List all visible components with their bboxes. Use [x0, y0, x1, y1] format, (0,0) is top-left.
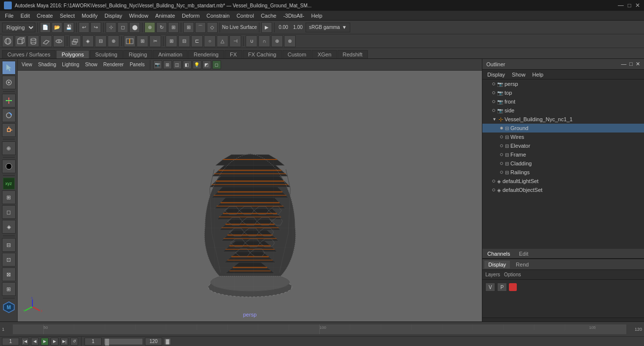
poly-plane-btn[interactable] [40, 35, 52, 47]
vp-cam-btn[interactable]: 📷 [153, 60, 162, 69]
tab-animation[interactable]: Animation [153, 50, 188, 58]
outliner-item-wires[interactable]: ⊟ Wires [482, 133, 644, 141]
bevel-btn[interactable]: ◈ [82, 35, 94, 47]
snap-curve-btn[interactable]: ⌒ [195, 22, 206, 33]
custom-tool2[interactable]: ⊞ [2, 282, 16, 296]
minimize-button[interactable]: — [618, 2, 624, 9]
rotate-tool-btn[interactable] [2, 108, 16, 122]
extract-btn[interactable]: ⊏ [191, 35, 203, 47]
outliner-help-menu[interactable]: Help [530, 71, 547, 78]
wireframe-btn[interactable]: ◻ [2, 205, 16, 219]
menu-constrain[interactable]: Constrain [203, 12, 232, 19]
open-file-btn[interactable]: 📂 [52, 22, 62, 33]
range-handle[interactable] [105, 339, 109, 346]
menu-create[interactable]: Create [34, 12, 56, 19]
vp-tex-btn[interactable]: ◧ [183, 60, 192, 69]
end-frame-input[interactable] [145, 338, 162, 346]
fill-hole-btn[interactable]: ○ [204, 35, 216, 47]
outliner-item-objset[interactable]: ◈ defaultObjectSet [482, 186, 644, 194]
vp-grid-btn[interactable]: ⊞ [163, 60, 172, 69]
vp-lighting-menu[interactable]: Lighting [60, 61, 81, 68]
viewport-canvas[interactable]: X Y Z persp [18, 71, 482, 321]
show-manip-btn[interactable]: ⊕ [2, 141, 16, 155]
p-btn[interactable]: P [497, 283, 507, 292]
menu-display[interactable]: Display [102, 12, 125, 19]
menu-cache[interactable]: Cache [258, 12, 280, 19]
undo-btn[interactable]: ↩ [79, 22, 89, 33]
mirror-btn[interactable]: ⊣ [229, 35, 241, 47]
menu-edit[interactable]: Edit [18, 12, 33, 19]
layers-subtab[interactable]: Layers [485, 272, 500, 277]
outliner-max-btn[interactable]: □ [629, 61, 633, 67]
options-subtab[interactable]: Options [504, 272, 521, 277]
frame-all-btn[interactable]: ⊡ [2, 253, 16, 266]
outliner-item-front[interactable]: 📷 front [482, 97, 644, 106]
custom-tool1[interactable]: ⊠ [2, 267, 16, 281]
outliner-display-menu[interactable]: Display [484, 71, 508, 78]
loop-btn[interactable]: ↺ [70, 338, 78, 346]
timeline-marks[interactable]: 50 100 105 [13, 324, 626, 334]
timeline[interactable]: 1 50 100 105 [0, 321, 644, 336]
outliner-item-vessel-group[interactable]: ▼ ⊹ Vessel_Building_Nyc_nc1_1 [482, 115, 644, 124]
move-tool-btn[interactable] [2, 94, 16, 107]
bool-diff[interactable]: ∩ [258, 35, 270, 47]
reduce-btn[interactable]: △ [217, 35, 228, 47]
outliner-scroll-area[interactable]: 📷 persp 📷 top 📷 front � [482, 80, 644, 249]
close-button[interactable]: ✕ [635, 2, 640, 9]
display-tab[interactable]: Display [484, 261, 510, 268]
outliner-min-btn[interactable]: — [621, 61, 626, 67]
tab-rendering[interactable]: Rendering [188, 50, 224, 58]
select-btn[interactable]: ⊹ [106, 22, 116, 33]
viewport[interactable]: View Shading Lighting Show Renderer Pane… [18, 59, 482, 321]
menu-animate[interactable]: Animate [152, 12, 178, 19]
vp-light-btn[interactable]: 💡 [193, 60, 201, 69]
paint-btn[interactable]: ⬤ [129, 22, 140, 33]
menu-control[interactable]: Control [233, 12, 256, 19]
vp-wire-btn[interactable]: ◻ [212, 60, 221, 69]
tab-fx[interactable]: FX [224, 50, 242, 58]
soft-select-btn[interactable] [2, 160, 16, 173]
next-key-btn[interactable]: ▶| [60, 338, 68, 346]
outliner-item-side[interactable]: 📷 side [482, 106, 644, 115]
play-btn[interactable]: ▶ [41, 338, 49, 346]
outliner-item-railings[interactable]: ⊟ Railings [482, 168, 644, 177]
v-btn[interactable]: V [485, 283, 495, 292]
scale-btn[interactable]: ⊞ [168, 22, 179, 33]
quick-layout-btn[interactable]: ⊟ [2, 238, 16, 252]
outliner-item-elevator[interactable]: ⊟ Elevator [482, 141, 644, 150]
snap-point-btn[interactable]: ◇ [207, 22, 218, 33]
grid-toggle-btn[interactable]: ⊞ [2, 190, 16, 204]
menu-select[interactable]: Select [57, 12, 78, 19]
poly-sphere-btn[interactable] [2, 35, 14, 47]
outliner-item-persp[interactable]: 📷 persp [482, 80, 644, 88]
poly-cyl-btn[interactable] [28, 35, 39, 47]
tab-xgen[interactable]: XGen [312, 50, 336, 58]
combine-btn[interactable]: ⊞ [166, 35, 177, 47]
rend-tab[interactable]: Rend [512, 261, 532, 268]
insert-edge-btn[interactable]: ⊞ [137, 35, 148, 47]
outliner-show-menu[interactable]: Show [509, 71, 529, 78]
extrude-btn[interactable] [69, 35, 81, 47]
range-slider[interactable] [104, 338, 143, 345]
range-marker[interactable]: ▓ [164, 338, 171, 345]
tab-curves[interactable]: Curves / Surfaces [2, 50, 56, 58]
tab-custom[interactable]: Custom [282, 50, 312, 58]
bool-inter[interactable]: ⊕ [271, 35, 283, 47]
outliner-close-btn[interactable]: ✕ [636, 61, 640, 67]
rotate-btn[interactable]: ↻ [156, 22, 167, 33]
paint-select-btn[interactable] [2, 76, 16, 89]
xray-btn[interactable]: ◈ [2, 220, 16, 234]
outliner-item-frame[interactable]: ⊟ Frame [482, 150, 644, 159]
prev-frame-btn[interactable]: ◀ [31, 338, 39, 346]
gamma-selector[interactable]: sRGB gamma ▼ [306, 23, 350, 32]
lasso-btn[interactable]: ◻ [117, 22, 128, 33]
render-btn[interactable]: ▶ [261, 22, 272, 33]
tab-polygons[interactable]: Polygons [56, 50, 89, 58]
current-frame-input[interactable] [2, 338, 19, 346]
maximize-button[interactable]: □ [628, 2, 631, 9]
bool-union[interactable]: ∪ [246, 35, 257, 47]
tab-redshift[interactable]: Redshift [337, 50, 368, 58]
menu-window[interactable]: Window [126, 12, 151, 19]
separate-btn[interactable]: ⊟ [178, 35, 190, 47]
channels-tab[interactable]: Channels [485, 250, 512, 258]
